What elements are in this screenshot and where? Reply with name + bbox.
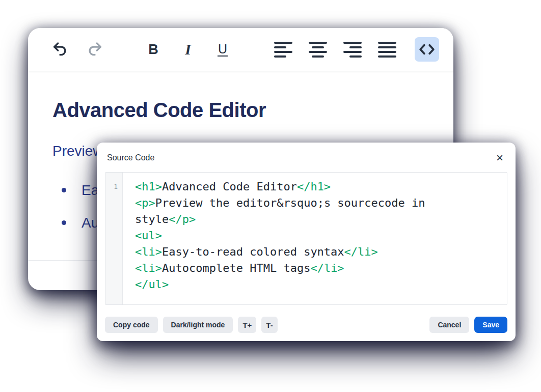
editor-toolbar: B I U [28,28,453,71]
italic-icon: I [185,41,191,58]
align-justify-icon [378,42,396,58]
redo-button[interactable] [83,37,107,62]
align-justify-button[interactable] [375,37,399,62]
align-right-button[interactable] [340,37,365,62]
line-number: 1 [105,183,118,190]
code-line: </ul> [135,276,484,293]
code-line: <li>Easy-to-read colored syntax</li> [135,244,484,260]
underline-icon: U [218,42,228,57]
align-right-icon [343,42,362,58]
close-icon: × [496,151,503,164]
code-panel: 1 <h1>Advanced Code Editor</h1><p>Previe… [105,172,507,305]
undo-button[interactable] [48,37,72,62]
bullet-icon [62,188,66,192]
close-button[interactable]: × [493,151,506,165]
font-size-increase-button[interactable]: T+ [238,317,256,333]
source-code-button[interactable] [415,37,439,62]
align-left-button[interactable] [271,37,295,62]
cancel-button[interactable]: Cancel [429,317,469,333]
save-button[interactable]: Save [474,317,507,333]
align-left-icon [274,42,292,58]
source-code-dialog: Source Code × 1 <h1>Advanced Code Editor… [97,143,516,341]
redo-icon [86,41,103,58]
code-line: <li>Autocomplete HTML tags</li> [135,260,484,276]
italic-button[interactable]: I [176,37,200,62]
source-code-icon [418,40,436,59]
font-size-decrease-button[interactable]: T- [261,317,277,333]
code-line: <ul> [135,228,484,244]
source-code-editor[interactable]: <h1>Advanced Code Editor</h1><p>Preview … [123,173,507,304]
page: B I U [0,0,541,392]
bold-button[interactable]: B [141,37,166,62]
bold-icon: B [148,42,158,58]
underline-button[interactable]: U [210,37,235,62]
code-line: <p>Preview the editor&rsquo;s sourcecode… [135,195,484,228]
line-number-gutter: 1 [105,173,123,304]
dialog-footer: Copy code Dark/light mode T+ T- Cancel S… [105,317,507,333]
undo-icon [51,41,69,58]
document-heading: Advanced Code Editor [52,99,429,122]
dark-light-mode-button[interactable]: Dark/light mode [163,317,233,333]
align-center-icon [309,42,327,58]
code-line: <h1>Advanced Code Editor</h1> [135,179,484,195]
dialog-header: Source Code × [105,150,507,165]
copy-code-button[interactable]: Copy code [105,317,158,333]
bullet-icon [62,220,66,225]
dialog-title: Source Code [107,153,154,162]
align-center-button[interactable] [306,37,330,62]
